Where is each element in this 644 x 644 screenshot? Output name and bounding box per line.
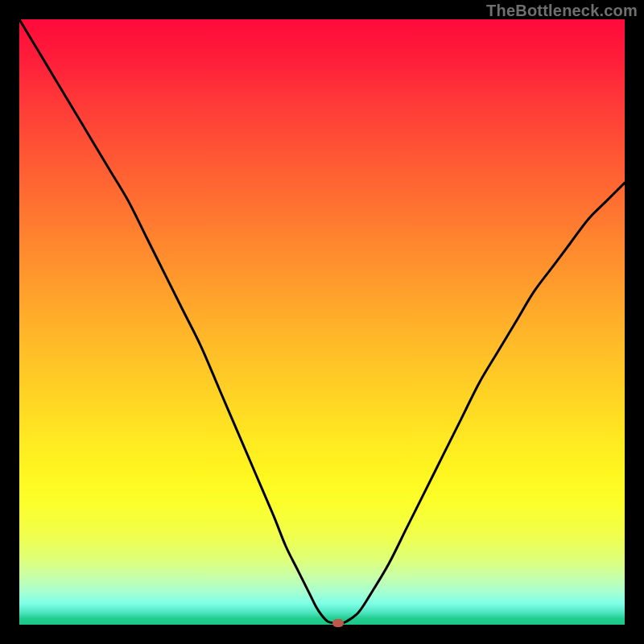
plot-area xyxy=(19,19,625,625)
watermark-text: TheBottleneck.com xyxy=(486,2,638,20)
chart-frame: TheBottleneck.com xyxy=(0,0,644,644)
bottleneck-curve xyxy=(19,19,625,625)
optimum-marker xyxy=(332,619,344,627)
